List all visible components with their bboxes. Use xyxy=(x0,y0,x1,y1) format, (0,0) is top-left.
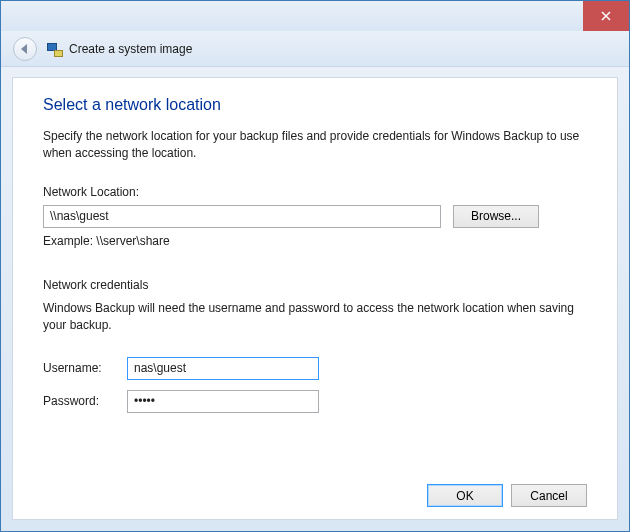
network-location-row: Browse... xyxy=(43,205,587,228)
browse-button[interactable]: Browse... xyxy=(453,205,539,228)
network-location-input[interactable] xyxy=(43,205,441,228)
password-input[interactable] xyxy=(127,390,319,413)
back-arrow-icon xyxy=(21,44,27,54)
inner-panel: Select a network location Specify the ne… xyxy=(12,77,618,520)
wizard-title: Create a system image xyxy=(69,42,192,56)
password-label: Password: xyxy=(43,394,127,408)
password-row: Password: xyxy=(43,390,587,413)
system-image-icon xyxy=(47,41,63,57)
credentials-heading: Network credentials xyxy=(43,278,587,292)
cancel-button[interactable]: Cancel xyxy=(511,484,587,507)
page-heading: Select a network location xyxy=(43,96,587,114)
close-button[interactable] xyxy=(583,1,629,31)
dialog-window: Create a system image Select a network l… xyxy=(0,0,630,532)
network-example-text: Example: \\server\share xyxy=(43,234,587,248)
ok-button[interactable]: OK xyxy=(427,484,503,507)
back-button[interactable] xyxy=(13,37,37,61)
username-input[interactable] xyxy=(127,357,319,380)
dialog-footer: OK Cancel xyxy=(43,474,587,507)
credentials-description: Windows Backup will need the username an… xyxy=(43,300,587,335)
title-bar xyxy=(1,1,629,31)
close-icon xyxy=(601,11,611,21)
username-label: Username: xyxy=(43,361,127,375)
content-area: Select a network location Specify the ne… xyxy=(1,67,629,531)
page-description: Specify the network location for your ba… xyxy=(43,128,587,163)
network-location-label: Network Location: xyxy=(43,185,587,199)
username-row: Username: xyxy=(43,357,587,380)
wizard-header: Create a system image xyxy=(1,31,629,67)
